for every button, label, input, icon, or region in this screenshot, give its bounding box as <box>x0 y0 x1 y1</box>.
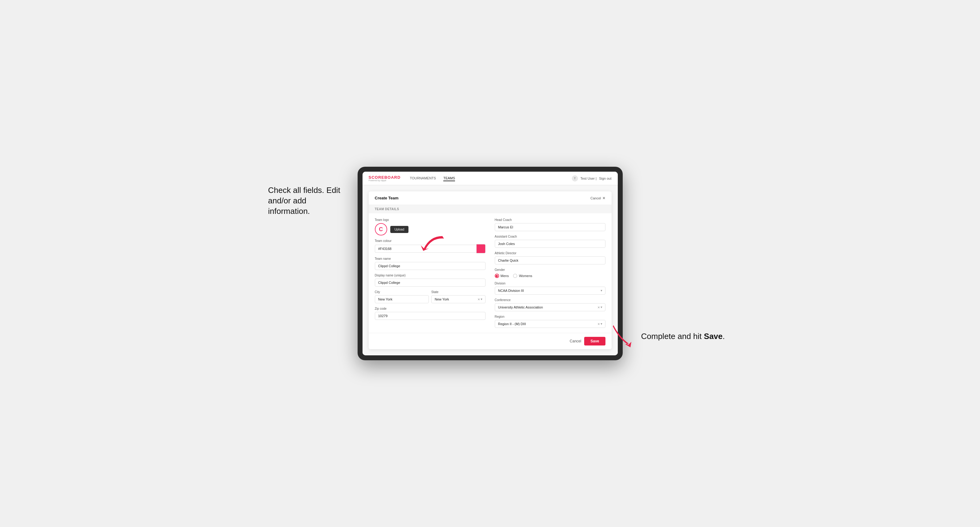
conference-select[interactable]: University Athletic Association <box>495 303 605 311</box>
team-name-label: Team name <box>375 257 485 260</box>
city-field-wrap: City <box>375 290 429 303</box>
modal-header-cancel[interactable]: Cancel ✕ <box>590 196 605 200</box>
conference-clear-icon[interactable]: ✕ <box>597 306 600 309</box>
city-label: City <box>375 290 429 294</box>
zip-input[interactable] <box>375 312 485 320</box>
region-select-wrap: Region II - (M) DIII ✕ ▼ <box>495 320 605 328</box>
conference-group: Conference University Athletic Associati… <box>495 298 605 311</box>
head-coach-label: Head Coach <box>495 218 605 222</box>
logo-area: SCOREBOARD Powered by clippd <box>369 175 401 181</box>
logo-sub: Powered by clippd <box>369 179 401 181</box>
athletic-director-input[interactable] <box>495 256 605 264</box>
nav-link-teams[interactable]: TEAMS <box>443 176 455 181</box>
left-annotation: Check all fields. Edit and/or add inform… <box>268 185 345 216</box>
athletic-director-group: Athletic Director <box>495 251 605 264</box>
upload-button[interactable]: Upload <box>390 226 409 233</box>
form-body: Team logo C Upload Team colour <box>369 213 612 333</box>
display-name-input[interactable] <box>375 279 485 287</box>
right-annotation: Complete and hit Save. <box>641 331 727 342</box>
head-coach-input[interactable] <box>495 223 605 231</box>
region-label: Region <box>495 315 605 318</box>
sign-out-link[interactable]: Sign out <box>599 176 611 180</box>
division-select[interactable]: NCAA Division III <box>495 287 605 295</box>
city-state-row: City State New York <box>375 290 485 303</box>
color-swatch[interactable] <box>476 244 485 253</box>
assistant-coach-group: Assistant Coach <box>495 235 605 248</box>
team-name-input[interactable] <box>375 262 485 270</box>
modal-title: Create Team <box>375 196 399 200</box>
gender-mens-radio[interactable] <box>495 274 499 278</box>
gender-womens-option[interactable]: Womens <box>513 274 532 278</box>
tablet-frame: SCOREBOARD Powered by clippd TOURNAMENTS… <box>358 167 623 360</box>
zip-label: Zip code <box>375 307 485 310</box>
cancel-button[interactable]: Cancel <box>570 339 581 343</box>
division-select-wrap: NCAA Division III ▼ <box>495 287 605 295</box>
nav-link-tournaments[interactable]: TOURNAMENTS <box>410 176 436 181</box>
user-label: Test User | <box>581 176 597 180</box>
nav-right: T Test User | Sign out <box>572 175 612 181</box>
modal-container: Create Team Cancel ✕ TEAM DETAILS <box>369 191 612 349</box>
user-avatar-icon: T <box>572 175 578 181</box>
region-clear-icon[interactable]: ✕ <box>597 322 600 326</box>
display-name-group: Display name (unique) <box>375 274 485 287</box>
gender-womens-radio[interactable] <box>513 274 517 278</box>
head-coach-group: Head Coach <box>495 218 605 231</box>
section-header: TEAM DETAILS <box>369 205 612 213</box>
region-select[interactable]: Region II - (M) DIII <box>495 320 605 328</box>
athletic-director-label: Athletic Director <box>495 251 605 255</box>
state-label: State <box>431 290 485 294</box>
content-area: Create Team Cancel ✕ TEAM DETAILS <box>363 185 618 356</box>
division-group: Division NCAA Division III ▼ <box>495 282 605 295</box>
assistant-coach-label: Assistant Coach <box>495 235 605 238</box>
logo-scoreboard: SCOREBOARD <box>369 175 401 179</box>
logo-preview: C <box>375 223 387 235</box>
assistant-coach-input[interactable] <box>495 240 605 248</box>
nav-links: TOURNAMENTS TEAMS <box>410 176 571 181</box>
region-group: Region Region II - (M) DIII ✕ ▼ <box>495 315 605 328</box>
city-state-group: City State New York <box>375 290 485 303</box>
nav-bar: SCOREBOARD Powered by clippd TOURNAMENTS… <box>363 171 618 185</box>
modal-footer: Cancel Save <box>369 333 612 349</box>
gender-group: Gender Mens Womens <box>495 268 605 278</box>
gender-mens-option[interactable]: Mens <box>495 274 509 278</box>
zip-group: Zip code <box>375 307 485 320</box>
display-name-label: Display name (unique) <box>375 274 485 277</box>
state-select-wrap: New York ✕ ▼ <box>431 295 485 303</box>
tablet-screen: SCOREBOARD Powered by clippd TOURNAMENTS… <box>363 171 618 356</box>
gender-label: Gender <box>495 268 605 271</box>
save-button[interactable]: Save <box>584 337 605 346</box>
state-field-wrap: State New York ✕ ▼ <box>431 290 485 303</box>
city-input[interactable] <box>375 295 429 303</box>
modal-header: Create Team Cancel ✕ <box>369 191 612 205</box>
conference-label: Conference <box>495 298 605 302</box>
gender-options: Mens Womens <box>495 274 605 278</box>
conference-select-wrap: University Athletic Association ✕ ▼ <box>495 303 605 311</box>
left-arrow-icon <box>418 233 445 256</box>
team-logo-label: Team logo <box>375 218 485 222</box>
division-label: Division <box>495 282 605 285</box>
team-name-group: Team name <box>375 257 485 270</box>
state-clear-icon[interactable]: ✕ <box>477 298 480 301</box>
close-icon: ✕ <box>602 196 605 200</box>
right-arrow-icon <box>610 322 638 351</box>
right-column: Head Coach Assistant Coach Athletic Dire… <box>495 218 605 328</box>
